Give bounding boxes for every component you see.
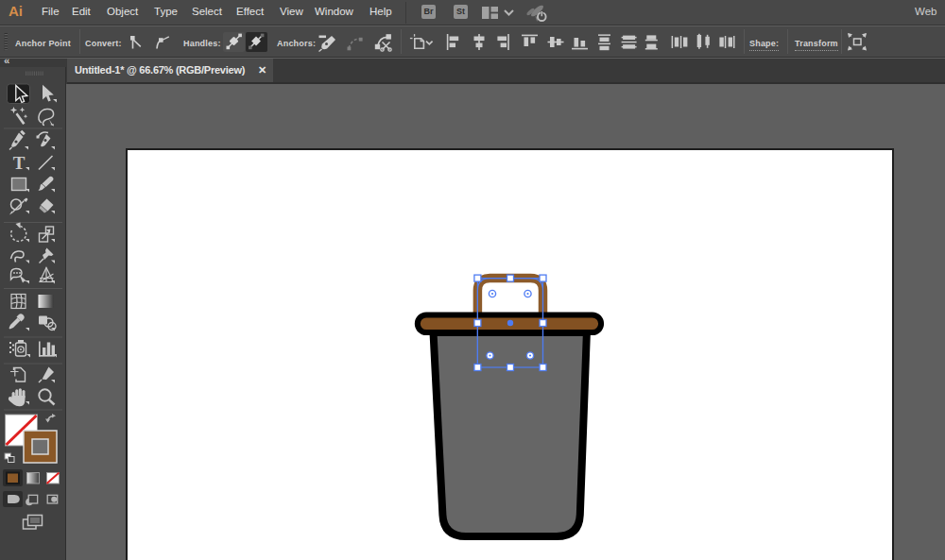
- svg-text:T: T: [13, 153, 26, 173]
